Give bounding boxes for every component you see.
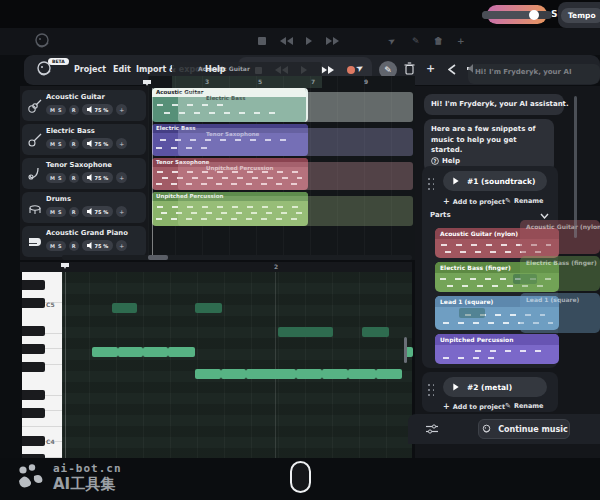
volume-slider-fill bbox=[482, 11, 534, 19]
arrangement-timeline[interactable]: 3 5 7 9 Acoustic Guitar Electric Bass Te… bbox=[148, 76, 415, 260]
ghost-rewind-icon bbox=[280, 37, 293, 45]
midi-note[interactable] bbox=[112, 303, 137, 313]
track-row-acoustic-guitar[interactable]: Acoustic Guitar MS R 75 % + bbox=[22, 90, 146, 121]
black-key[interactable] bbox=[22, 280, 45, 290]
record-arm-button[interactable]: R bbox=[69, 207, 79, 217]
black-key[interactable] bbox=[22, 408, 45, 418]
piano-roll-ruler[interactable]: 2 bbox=[20, 262, 412, 272]
track-magic-button[interactable]: + bbox=[116, 206, 127, 217]
ghost-part-card: Acoustic Guitar (nylon) bbox=[520, 220, 600, 254]
midi-note[interactable] bbox=[195, 303, 222, 313]
parts-header[interactable]: Parts bbox=[430, 211, 451, 219]
menu-edit[interactable]: Edit bbox=[113, 65, 131, 74]
drag-handle[interactable] bbox=[428, 384, 435, 397]
play-icon[interactable] bbox=[453, 383, 458, 390]
track-magic-button[interactable]: + bbox=[116, 172, 127, 183]
snippet-play-pill[interactable]: #1 (soundtrack) bbox=[443, 171, 547, 191]
black-key[interactable] bbox=[22, 362, 45, 372]
mute-solo-buttons[interactable]: MS bbox=[46, 139, 66, 149]
part-card-unpitched-percussion[interactable]: Unpitched Percussion bbox=[435, 334, 559, 364]
track-volume[interactable]: 75 % bbox=[82, 240, 114, 251]
menu-help[interactable]: Help bbox=[205, 65, 226, 74]
volume-slider-knob[interactable] bbox=[529, 10, 539, 20]
midi-note[interactable] bbox=[296, 369, 322, 379]
snippet-card-2: #2 (metal) +Add to project ✎Rename bbox=[422, 372, 558, 412]
midi-note[interactable] bbox=[348, 369, 376, 379]
track-row-drums[interactable]: Drums MS R 75 % + bbox=[22, 192, 146, 223]
record-arm-button[interactable]: R bbox=[69, 139, 79, 149]
ghost-scrollbar bbox=[574, 96, 577, 238]
track-volume[interactable]: 75 % bbox=[82, 138, 114, 149]
track-volume[interactable]: 75 % bbox=[82, 206, 114, 217]
piano-roll-grid[interactable] bbox=[62, 272, 412, 458]
black-key[interactable] bbox=[22, 436, 45, 446]
mute-solo-buttons[interactable]: MS bbox=[46, 105, 66, 115]
drums-icon bbox=[27, 200, 43, 216]
trash-icon[interactable] bbox=[404, 62, 415, 75]
forward-button[interactable] bbox=[321, 66, 334, 74]
continue-music-label: Continue music bbox=[498, 425, 568, 434]
add-to-project-button[interactable]: +Add to project bbox=[443, 197, 505, 206]
rename-button[interactable]: ✎Rename bbox=[505, 402, 543, 410]
piano-roll-playhead-marker-icon[interactable] bbox=[60, 262, 70, 270]
menu-project[interactable]: Project bbox=[74, 65, 106, 74]
share-icon[interactable] bbox=[448, 64, 456, 75]
paw-icon bbox=[16, 464, 46, 492]
track-magic-button[interactable]: + bbox=[116, 240, 127, 251]
track-row-electric-bass[interactable]: Electric Bass MS R 75 % + bbox=[22, 124, 146, 155]
volume-slider[interactable] bbox=[482, 11, 552, 19]
midi-note[interactable] bbox=[92, 347, 118, 357]
piano-keyboard[interactable]: C5 C4 bbox=[22, 272, 62, 458]
record-arm-button[interactable]: R bbox=[69, 241, 79, 251]
midi-note[interactable] bbox=[376, 369, 402, 379]
record-arm-button[interactable]: R bbox=[69, 105, 79, 115]
track-magic-button[interactable]: + bbox=[116, 104, 127, 115]
midi-note[interactable] bbox=[195, 369, 221, 379]
track-list-panel: Acoustic Guitar MS R 75 % + Electric Bas… bbox=[20, 86, 148, 260]
track-volume[interactable]: 75 % bbox=[82, 104, 114, 115]
timeline-playhead[interactable] bbox=[152, 88, 153, 258]
track-volume[interactable]: 75 % bbox=[82, 172, 114, 183]
settings-sliders-icon[interactable] bbox=[425, 423, 439, 435]
add-tool-icon[interactable]: + bbox=[426, 62, 435, 75]
horizontal-scrollbar-thumb[interactable] bbox=[148, 255, 168, 260]
help-link[interactable]: ? Help bbox=[431, 156, 460, 167]
vertical-scrollbar-thumb[interactable] bbox=[404, 337, 407, 363]
fryderyk-bird-icon bbox=[480, 423, 493, 436]
mute-solo-buttons[interactable]: MS bbox=[46, 173, 66, 183]
drag-handle[interactable] bbox=[428, 178, 435, 191]
continue-music-button[interactable]: Continue music bbox=[478, 419, 570, 439]
add-to-project-button[interactable]: +Add to project bbox=[443, 402, 505, 411]
ghost-trash-icon: 🗑 bbox=[434, 36, 443, 46]
midi-note[interactable] bbox=[322, 369, 348, 379]
black-key[interactable] bbox=[22, 298, 45, 308]
midi-note[interactable] bbox=[221, 369, 246, 379]
plus-icon: + bbox=[443, 197, 450, 206]
timeline-playhead-marker-icon[interactable] bbox=[142, 79, 152, 87]
black-key[interactable] bbox=[22, 344, 45, 354]
snippet-play-pill[interactable]: #2 (metal) bbox=[443, 377, 547, 397]
pencil-icon: ✎ bbox=[505, 197, 511, 205]
chevron-down-icon[interactable] bbox=[540, 213, 549, 219]
tempo-control[interactable]: Tempo 120 B bbox=[558, 2, 600, 28]
track-magic-button[interactable]: + bbox=[116, 138, 127, 149]
play-icon[interactable] bbox=[453, 177, 458, 184]
horizontal-scrollbar[interactable] bbox=[62, 255, 412, 260]
speaker-icon bbox=[87, 106, 93, 113]
black-key[interactable] bbox=[22, 390, 45, 400]
midi-note[interactable] bbox=[246, 369, 296, 379]
track-row-acoustic-grand-piano[interactable]: Acoustic Grand Piano MS R 75 % + bbox=[22, 226, 146, 257]
black-key[interactable] bbox=[22, 326, 45, 336]
midi-note[interactable] bbox=[278, 327, 333, 337]
record-arm-button[interactable]: R bbox=[69, 173, 79, 183]
mute-solo-buttons[interactable]: MS bbox=[46, 241, 66, 251]
mute-solo-buttons[interactable]: MS bbox=[46, 207, 66, 217]
track-row-tenor-saxophone[interactable]: Tenor Saxophone MS R 75 % + bbox=[22, 158, 146, 189]
midi-note[interactable] bbox=[143, 347, 168, 357]
midi-note[interactable] bbox=[118, 347, 143, 357]
midi-note[interactable] bbox=[362, 327, 389, 337]
midi-note[interactable] bbox=[168, 347, 195, 357]
rename-button[interactable]: ✎Rename bbox=[505, 197, 543, 205]
ghost-ruler-tint bbox=[172, 76, 322, 88]
tempo-label: Tempo bbox=[561, 8, 600, 23]
